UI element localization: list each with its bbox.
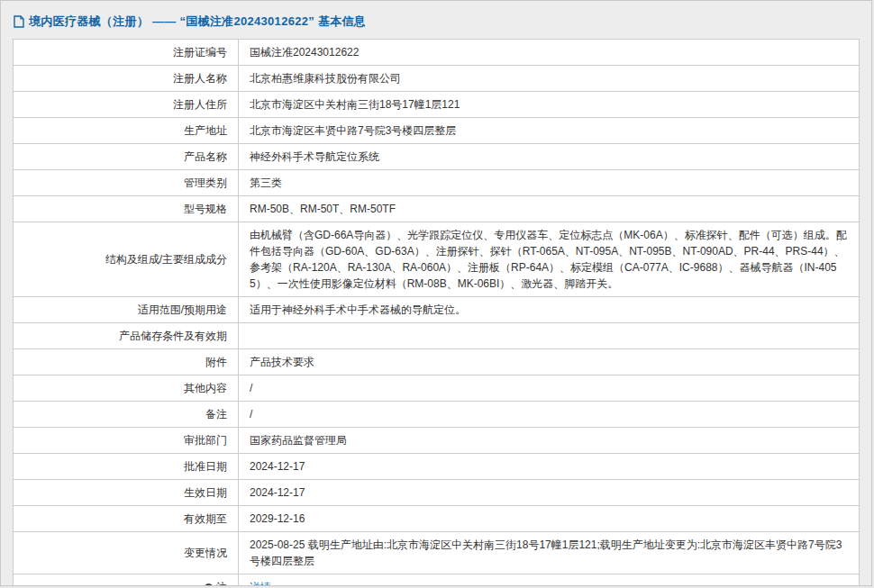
row-label: 管理类别	[14, 170, 239, 196]
table-row: 生产地址 北京市海淀区丰贤中路7号院3号楼四层整层	[14, 118, 860, 144]
row-label: 其他内容	[14, 375, 239, 402]
info-table: 注册证编号 国械注准20243012622 注册人名称 北京柏惠维康科技股份有限…	[13, 39, 860, 586]
row-value: 国家药品监督管理局	[239, 428, 860, 454]
row-value: 2029-12-16	[239, 506, 860, 532]
page-header: 境内医疗器械（注册） —— “国械注准20243012622” 基本信息	[13, 12, 860, 39]
row-value: RM-50B、RM-50T、RM-50TF	[239, 196, 860, 222]
row-label: 附件	[14, 349, 239, 375]
table-row: 注册人名称 北京柏惠维康科技股份有限公司	[14, 66, 860, 92]
row-value: 神经外科手术导航定位系统	[239, 144, 860, 170]
table-row: 附件 产品技术要求	[14, 349, 860, 375]
row-value: 北京市海淀区中关村南三街18号17幢1层121	[239, 92, 860, 118]
row-value: 北京柏惠维康科技股份有限公司	[239, 66, 860, 92]
row-label: 结构及组成/主要组成成分	[14, 222, 239, 297]
row-label: 有效期至	[14, 506, 239, 532]
table-row: 结构及组成/主要组成成分 由机械臂（含GD-66A导向器）、光学跟踪定位仪、专用…	[14, 222, 860, 297]
row-label: 备注	[14, 402, 239, 428]
row-label: 产品名称	[14, 144, 239, 170]
row-label: 产品储存条件及有效期	[14, 323, 239, 349]
row-value: /	[239, 402, 860, 428]
table-row: 产品储存条件及有效期	[14, 323, 860, 349]
row-label: 审批部门	[14, 428, 239, 454]
row-label: 生效日期	[14, 480, 239, 506]
table-row: 变更情况 2025-08-25 载明生产地址由:北京市海淀区中关村南三街18号1…	[14, 532, 860, 574]
row-label: 注册人名称	[14, 66, 239, 92]
table-row: 注册证编号 国械注准20243012622	[14, 40, 860, 66]
row-label: 注册证编号	[14, 40, 239, 66]
row-value: 2024-12-17	[239, 480, 860, 506]
row-value: 国械注准20243012622	[239, 40, 860, 66]
page: 境内医疗器械（注册） —— “国械注准20243012622” 基本信息 注册证…	[0, 0, 872, 586]
table-row: 产品名称 神经外科手术导航定位系统	[14, 144, 860, 170]
document-icon	[14, 15, 24, 28]
row-label-note: 注	[14, 574, 239, 587]
table-row: 备注 /	[14, 402, 860, 428]
table-row: 注册人住所 北京市海淀区中关村南三街18号17幢1层121	[14, 92, 860, 118]
row-label: 变更情况	[14, 532, 239, 574]
row-label: 批准日期	[14, 454, 239, 480]
row-value: 2025-08-25 载明生产地址由:北京市海淀区中关村南三街18号17幢1层1…	[239, 532, 860, 574]
table-row: 有效期至 2029-12-16	[14, 506, 860, 532]
note-label: 注	[216, 581, 227, 586]
table-row: 适用范围/预期用途 适用于神经外科手术中手术器械的导航定位。	[14, 297, 860, 323]
table-row: 批准日期 2024-12-17	[14, 454, 860, 480]
table-row: 审批部门 国家药品监督管理局	[14, 428, 860, 454]
table-row: 其他内容 /	[14, 375, 860, 402]
row-value: 北京市海淀区丰贤中路7号院3号楼四层整层	[239, 118, 860, 144]
row-value: 由机械臂（含GD-66A导向器）、光学跟踪定位仪、专用仪器车、定位标志点（MK-…	[239, 222, 860, 297]
row-value	[239, 323, 860, 349]
row-value: 适用于神经外科手术中手术器械的导航定位。	[239, 297, 860, 323]
row-value: 产品技术要求	[239, 349, 860, 375]
table-row: 型号规格 RM-50B、RM-50T、RM-50TF	[14, 196, 860, 222]
row-label: 适用范围/预期用途	[14, 297, 239, 323]
row-label: 生产地址	[14, 118, 239, 144]
row-value: /	[239, 375, 860, 402]
table-row: 管理类别 第三类	[14, 170, 860, 196]
row-label: 注册人住所	[14, 92, 239, 118]
page-title: 境内医疗器械（注册） —— “国械注准20243012622” 基本信息	[29, 14, 366, 30]
row-value: 第三类	[239, 170, 860, 196]
table-row-note: 注 详情	[14, 574, 860, 587]
row-label: 型号规格	[14, 196, 239, 222]
note-bubble-icon	[205, 583, 213, 586]
row-value: 2024-12-17	[239, 454, 860, 480]
details-link[interactable]: 详情	[250, 581, 271, 586]
row-value-note: 详情	[239, 574, 860, 587]
table-row: 生效日期 2024-12-17	[14, 480, 860, 506]
